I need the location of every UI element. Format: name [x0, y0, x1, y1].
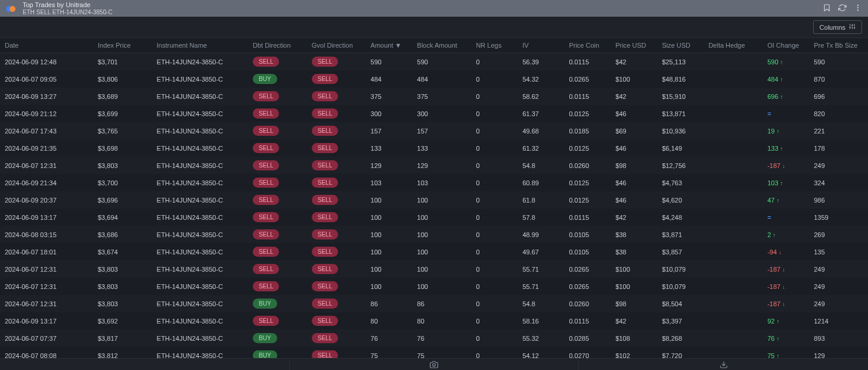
cell-gvol-direction: SELL — [307, 53, 366, 71]
cell-index-price: $3,817 — [93, 329, 152, 347]
cell-gvol-direction: SELL — [307, 312, 366, 329]
cell-price-coin: 0.0265 — [564, 278, 610, 295]
table-row[interactable]: 2024-06-07 12:31$3,803ETH-14JUN24-3850-C… — [0, 157, 868, 174]
cell-index-price: $3,692 — [93, 312, 152, 329]
table-row[interactable]: 2024-06-09 12:48$3,701ETH-14JUN24-3850-C… — [0, 53, 868, 71]
table-row[interactable]: 2024-06-07 12:31$3,803ETH-14JUN24-3850-C… — [0, 278, 868, 295]
cell-nr-legs: 0 — [471, 105, 517, 122]
cell-pre-tx-bb: 893 — [809, 329, 868, 347]
cell-amount: 100 — [366, 278, 413, 295]
table-row[interactable]: 2024-06-07 12:31$3,803ETH-14JUN24-3850-C… — [0, 260, 868, 278]
table-row[interactable]: 2024-06-09 21:34$3,700ETH-14JUN24-3850-C… — [0, 174, 868, 191]
column-header-dbt_dir[interactable]: Dbt Direction — [248, 38, 307, 53]
cell-instrument: ETH-14JUN24-3850-C — [152, 226, 248, 243]
cell-amount: 157 — [366, 122, 413, 139]
bookmark-icon[interactable] — [823, 4, 831, 14]
table-row[interactable]: 2024-06-07 07:37$3,817ETH-14JUN24-3850-C… — [0, 329, 868, 347]
camera-icon — [430, 360, 438, 369]
cell-iv: 54.8 — [517, 295, 564, 312]
cell-pre-tx-bb: 1214 — [809, 312, 868, 329]
refresh-icon[interactable] — [838, 4, 847, 14]
screenshot-button[interactable] — [290, 359, 579, 370]
table-row[interactable]: 2024-06-07 17:43$3,765ETH-14JUN24-3850-C… — [0, 122, 868, 139]
column-header-amount[interactable]: Amount ▼ — [366, 38, 413, 53]
cell-dbt-direction: SELL — [248, 226, 307, 243]
cell-date: 2024-06-09 13:17 — [0, 209, 93, 226]
cell-pre-tx-bb: 696 — [809, 88, 868, 105]
cell-gvol-direction: SELL — [307, 278, 366, 295]
cell-delta-hedge — [703, 105, 762, 122]
column-header-instrument[interactable]: Instrument Name — [152, 38, 248, 53]
table-row[interactable]: 2024-06-07 09:05$3,806ETH-14JUN24-3850-C… — [0, 70, 868, 88]
dbt-badge: SELL — [253, 281, 279, 291]
table-row[interactable]: 2024-06-09 20:37$3,696ETH-14JUN24-3850-C… — [0, 191, 868, 209]
column-header-oi_change[interactable]: OI Change — [762, 38, 809, 53]
cell-iv: 58.62 — [517, 88, 564, 105]
cell-pre-tx-bb: 249 — [809, 295, 868, 312]
cell-size-usd: $8,504 — [657, 295, 703, 312]
cell-pre-tx-bb: 269 — [809, 226, 868, 243]
cell-pre-tx-bb: 1359 — [809, 209, 868, 226]
column-header-nr_legs[interactable]: NR Legs — [471, 38, 517, 53]
cell-date: 2024-06-09 12:48 — [0, 53, 93, 71]
cell-delta-hedge — [703, 329, 762, 347]
cell-price-coin: 0.0115 — [564, 88, 610, 105]
cell-index-price: $3,686 — [93, 226, 152, 243]
cell-instrument: ETH-14JUN24-3850-C — [152, 70, 248, 88]
column-header-gvol_dir[interactable]: Gvol Direction — [307, 38, 366, 53]
table-row[interactable]: 2024-06-09 13:27$3,689ETH-14JUN24-3850-C… — [0, 88, 868, 105]
cell-dbt-direction: SELL — [248, 278, 307, 295]
download-icon — [720, 360, 728, 369]
cell-oi-change: 103 ↑ — [762, 174, 809, 191]
cell-index-price: $3,674 — [93, 243, 152, 260]
table-row[interactable]: 2024-06-09 21:12$3,699ETH-14JUN24-3850-C… — [0, 105, 868, 122]
cell-date: 2024-06-07 12:31 — [0, 260, 93, 278]
cell-date: 2024-06-07 17:43 — [0, 122, 93, 139]
column-header-date[interactable]: Date — [0, 38, 93, 53]
cell-oi-change: -94 ↓ — [762, 243, 809, 260]
cell-price-usd: $38 — [610, 243, 657, 260]
column-header-iv[interactable]: IV — [517, 38, 564, 53]
cell-gvol-direction: SELL — [307, 70, 366, 88]
column-header-price_coin[interactable]: Price Coin — [564, 38, 610, 53]
table-row[interactable]: 2024-06-09 13:17$3,694ETH-14JUN24-3850-C… — [0, 209, 868, 226]
column-header-index_price[interactable]: Index Price — [93, 38, 152, 53]
cell-oi-change: -187 ↓ — [762, 278, 809, 295]
cell-size-usd: $3,871 — [657, 226, 703, 243]
cell-date: 2024-06-09 21:12 — [0, 105, 93, 122]
table-scroll-area[interactable]: DateIndex PriceInstrument NameDbt Direct… — [0, 38, 868, 358]
table-row[interactable]: 2024-06-07 18:01$3,674ETH-14JUN24-3850-C… — [0, 243, 868, 260]
table-row[interactable]: 2024-06-07 08:08$3,812ETH-14JUN24-3850-C… — [0, 347, 868, 358]
download-button[interactable] — [579, 359, 868, 370]
cell-index-price: $3,699 — [93, 105, 152, 122]
table-row[interactable]: 2024-06-08 03:15$3,686ETH-14JUN24-3850-C… — [0, 226, 868, 243]
column-header-block_amount[interactable]: Block Amount — [413, 38, 472, 53]
bottom-seg-1[interactable] — [0, 359, 290, 370]
cell-date: 2024-06-09 21:34 — [0, 174, 93, 191]
app-logo-icon — [6, 2, 18, 14]
column-header-size_usd[interactable]: Size USD — [657, 38, 703, 53]
cell-price-usd: $46 — [610, 105, 657, 122]
table-row[interactable]: 2024-06-07 12:31$3,803ETH-14JUN24-3850-C… — [0, 295, 868, 312]
cell-oi-change: 133 ↑ — [762, 139, 809, 157]
column-header-delta_hedge[interactable]: Delta Hedge — [703, 38, 762, 53]
table-row[interactable]: 2024-06-09 13:17$3,692ETH-14JUN24-3850-C… — [0, 312, 868, 329]
cell-amount: 103 — [366, 174, 413, 191]
cell-amount: 86 — [366, 295, 413, 312]
more-icon[interactable] — [854, 4, 862, 14]
table-row[interactable]: 2024-06-09 21:35$3,698ETH-14JUN24-3850-C… — [0, 139, 868, 157]
cell-nr-legs: 0 — [471, 174, 517, 191]
cell-date: 2024-06-07 07:37 — [0, 329, 93, 347]
cell-gvol-direction: SELL — [307, 260, 366, 278]
gvol-badge: SELL — [312, 74, 338, 84]
arrow-up-icon: ↑ — [773, 232, 776, 238]
cell-price-coin: 0.0185 — [564, 122, 610, 139]
cell-instrument: ETH-14JUN24-3850-C — [152, 122, 248, 139]
column-header-price_usd[interactable]: Price USD — [610, 38, 657, 53]
cell-iv: 55.71 — [517, 260, 564, 278]
cell-date: 2024-06-07 09:05 — [0, 70, 93, 88]
columns-button[interactable]: Columns — [813, 20, 862, 34]
cell-iv: 61.32 — [517, 139, 564, 157]
column-header-pre_tx[interactable]: Pre Tx Bb Size — [809, 38, 868, 53]
arrow-up-icon: ↑ — [776, 335, 779, 342]
